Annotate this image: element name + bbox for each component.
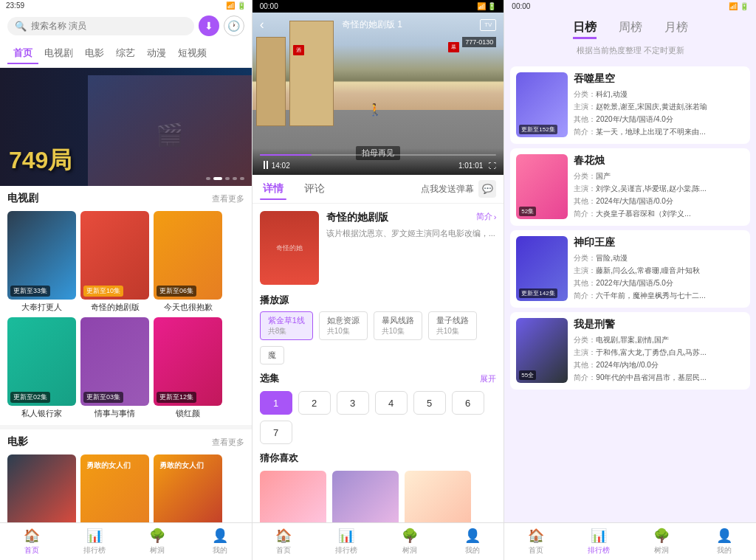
- card-badge-5: 更新至03集: [83, 392, 123, 403]
- banner-title: 749局: [9, 145, 72, 177]
- table-row[interactable]: 55全 我是刑警 分类：电视剧,罪案,剧情,国产 主演：于和伟,富大龙,丁勇岱,…: [510, 312, 750, 390]
- card-badge-1: 更新至33集: [10, 286, 50, 297]
- tab-weekly[interactable]: 周榜: [619, 18, 642, 39]
- list-item[interactable]: 更新至06集 今天也很抱歉: [154, 211, 222, 313]
- bottom-home-1[interactable]: 🏠 首页: [0, 528, 63, 556]
- nav-movie[interactable]: 电影: [79, 44, 110, 64]
- bottom-rank-2[interactable]: 📊 排行榜: [315, 528, 378, 556]
- card-name-4: 私人银行家: [7, 408, 76, 419]
- rank-title-1: 春花烛: [574, 154, 744, 167]
- list-item[interactable]: 更新至12集 锁红颜: [154, 317, 222, 419]
- bottom-tree-2[interactable]: 🌳 树洞: [378, 528, 441, 556]
- table-row[interactable]: 52集 春花烛 分类：国产 主演：刘学义,吴谨言,毕爱琚,赵小棠,陈... 其他…: [510, 148, 750, 226]
- source-btn-4[interactable]: 魔: [260, 346, 284, 364]
- tv-icon[interactable]: TV: [480, 19, 496, 31]
- ep-btn-6[interactable]: 6: [452, 391, 484, 415]
- ep-btn-3[interactable]: 3: [337, 391, 369, 415]
- card-img-3: 更新至06集: [154, 211, 222, 300]
- nav-tv[interactable]: 电视剧: [38, 44, 79, 64]
- source-btn-2[interactable]: 暴风线路 共10集: [374, 311, 422, 340]
- list-item[interactable]: 勇敢的女人们: [154, 454, 222, 522]
- rank-img-0: 更新至152集: [516, 72, 568, 137]
- ep-btn-5[interactable]: 5: [413, 391, 446, 415]
- rank-meta-2: 分类：冒险,动漫 主演：藤新,闫么么,常睿珊,瞳音,叶知秋 其他：2022年/大…: [574, 252, 744, 302]
- movie-img-1: [7, 454, 76, 522]
- list-item[interactable]: 更新至02集 私人银行家: [7, 317, 76, 419]
- rank-badge-0: 更新至152集: [519, 125, 557, 134]
- tv-header: 电视剧 查看更多: [7, 192, 244, 205]
- fullscreen-btn[interactable]: ⛶: [489, 162, 496, 170]
- banner[interactable]: 🎬 749局: [0, 68, 252, 186]
- bottom-tree-3[interactable]: 🌳 树洞: [630, 528, 693, 556]
- list-item[interactable]: 40集全 末代厨娘: [405, 471, 471, 522]
- tab-comment[interactable]: 评论: [301, 178, 328, 200]
- bottom-profile-3[interactable]: 👤 我的: [693, 528, 756, 556]
- bottom-rank-1[interactable]: 📊 排行榜: [63, 528, 126, 556]
- card-name-2: 奇怪的她剧版: [80, 302, 149, 313]
- search-input[interactable]: [31, 21, 187, 31]
- dot-1: [206, 177, 210, 180]
- play-pause-btn[interactable]: ⏸: [260, 159, 272, 172]
- tab-monthly[interactable]: 月榜: [664, 18, 688, 39]
- list-item[interactable]: 更新至10集 奇怪的她剧版: [80, 211, 149, 313]
- rank-title-0: 吞噬星空: [574, 72, 744, 86]
- movie-see-more[interactable]: 查看更多: [212, 437, 244, 448]
- source-btn-3[interactable]: 量子线路 共10集: [428, 311, 477, 340]
- rank-meta-0: 分类：科幻,动漫 主演：赵乾景,谢至,宋国庆,黄进刻,张若瑜 其他：2020年/…: [574, 88, 744, 138]
- ep-btn-7[interactable]: 7: [260, 421, 292, 444]
- download-btn[interactable]: ⬇: [199, 15, 219, 36]
- video-player[interactable]: 酒 幕 777-0130 🚶 拍母再见 ‹ 奇怪的她剧版 1 TV ⏸ 14:0…: [252, 13, 504, 175]
- bottom-tree-1[interactable]: 🌳 树洞: [126, 528, 188, 556]
- detail-tabs: 详情 评论 点我发送弹幕 💬: [252, 175, 504, 204]
- table-row[interactable]: 更新至152集 吞噬星空 分类：科幻,动漫 主演：赵乾景,谢至,宋国庆,黄进刻,…: [510, 66, 750, 144]
- expand-btn[interactable]: 展开: [480, 373, 496, 384]
- list-item[interactable]: [7, 454, 76, 522]
- bottom-rank-3[interactable]: 📊 排行榜: [568, 528, 630, 556]
- home-icon-1: 🏠: [24, 528, 40, 544]
- bottom-home-2[interactable]: 🏠 首页: [252, 528, 315, 556]
- bottom-profile-1[interactable]: 👤 我的: [189, 528, 252, 556]
- rank-info-3: 我是刑警 分类：电视剧,罪案,剧情,国产 主演：于和伟,富大龙,丁勇岱,白凡,马…: [574, 318, 744, 384]
- nav-variety[interactable]: 综艺: [110, 44, 141, 64]
- list-item[interactable]: 25集全 星星的故乡: [332, 471, 399, 522]
- intro-btn[interactable]: 简介 ›: [476, 211, 497, 222]
- source-btn-1[interactable]: 如意资源 共10集: [319, 311, 368, 340]
- list-item[interactable]: 更新至33集 大奉打更人: [7, 211, 76, 313]
- tree-icon-2: 🌳: [402, 528, 418, 544]
- rank-icon-3: 📊: [591, 528, 607, 544]
- tv-card-row-2: 更新至02集 私人银行家 更新至03集 情事与事情 更新至12集 锁红颜: [7, 317, 244, 419]
- ep-btn-1[interactable]: 1: [260, 391, 292, 415]
- nav-short[interactable]: 短视频: [172, 44, 213, 64]
- rank-list: 更新至152集 吞噬星空 分类：科幻,动漫 主演：赵乾景,谢至,宋国庆,黄进刻,…: [504, 62, 756, 522]
- rank-subtitle: 根据当前热度整理 不定时更新: [504, 45, 756, 62]
- rank-label-2: 排行榜: [335, 545, 357, 556]
- history-btn[interactable]: 🕐: [224, 15, 244, 36]
- ep-btn-4[interactable]: 4: [375, 391, 408, 415]
- tv-see-more[interactable]: 查看更多: [212, 193, 244, 204]
- table-row[interactable]: 更新至142集 神印王座 分类：冒险,动漫 主演：藤新,闫么么,常睿珊,瞳音,叶…: [510, 230, 750, 308]
- tree-icon-1: 🌳: [149, 528, 165, 544]
- barrage-hint: 点我发送弹幕: [421, 183, 474, 196]
- card-img-5: 更新至03集: [80, 317, 149, 406]
- nav-anime[interactable]: 动漫: [141, 44, 172, 64]
- player-top-bar: ‹ 奇怪的她剧版 1 TV: [252, 13, 504, 37]
- search-box[interactable]: 🔍: [7, 17, 194, 35]
- top-nav: 首页 电视剧 电影 综艺 动漫 短视频: [0, 41, 252, 68]
- list-item[interactable]: 40集全 请和这样的我恋...: [260, 471, 326, 522]
- tab-daily[interactable]: 日榜: [573, 18, 597, 39]
- source-btn-0[interactable]: 紫金草1线 共8集: [260, 311, 313, 340]
- barrage-icon[interactable]: 💬: [478, 180, 496, 198]
- bottom-home-3[interactable]: 🏠 首页: [504, 528, 567, 556]
- home-label-2: 首页: [276, 545, 291, 556]
- ep-btn-2[interactable]: 2: [298, 391, 331, 415]
- recommend-title: 猜你喜欢: [260, 452, 497, 465]
- bottom-profile-2[interactable]: 👤 我的: [441, 528, 504, 556]
- list-item[interactable]: 勇敢的女人们: [80, 454, 149, 522]
- tab-detail[interactable]: 详情: [260, 178, 286, 200]
- list-item[interactable]: 更新至03集 情事与事情: [80, 317, 149, 419]
- back-btn[interactable]: ‹: [260, 17, 264, 32]
- home-icon-2: 🏠: [275, 528, 292, 544]
- progress-bar[interactable]: [260, 154, 497, 156]
- nav-home[interactable]: 首页: [7, 44, 38, 64]
- home-icon-3: 🏠: [528, 528, 544, 544]
